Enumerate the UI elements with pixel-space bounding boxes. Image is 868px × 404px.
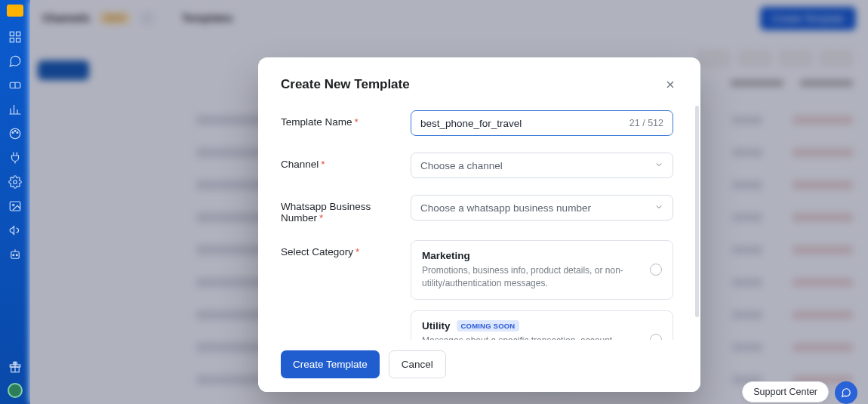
ticket-icon[interactable] xyxy=(8,79,22,92)
plug-icon[interactable] xyxy=(8,151,22,165)
category-desc: Messages about a specific transaction, a… xyxy=(422,335,638,340)
template-name-input-wrap[interactable]: 21 / 512 xyxy=(411,110,673,136)
svg-rect-2 xyxy=(10,39,14,42)
user-avatar[interactable] xyxy=(8,383,23,398)
chevron-down-icon xyxy=(654,202,663,214)
megaphone-icon[interactable] xyxy=(8,224,22,237)
grid-icon[interactable] xyxy=(8,30,22,44)
svg-point-14 xyxy=(16,254,17,256)
svg-point-6 xyxy=(12,132,14,134)
template-name-input[interactable] xyxy=(420,118,623,129)
whatsapp-number-placeholder: Choose a whatsapp business number xyxy=(420,202,591,214)
support-center-button[interactable]: Support Center xyxy=(742,381,829,402)
category-desc: Promotions, business info, product detai… xyxy=(422,264,638,290)
modal-scrollbar[interactable] xyxy=(695,106,699,317)
bot-icon[interactable] xyxy=(8,248,22,261)
category-title: Marketing xyxy=(422,250,470,261)
image-icon[interactable] xyxy=(8,199,22,213)
main-area: Channels NEW Templates Create Template xyxy=(30,0,868,404)
palette-icon[interactable] xyxy=(8,127,22,140)
channel-placeholder: Choose a channel xyxy=(420,160,503,171)
svg-rect-3 xyxy=(17,39,20,42)
channel-select[interactable]: Choose a channel xyxy=(411,153,673,178)
whatsapp-number-label: Whatsapp Business Number* xyxy=(281,195,411,224)
app-sidebar xyxy=(0,0,30,404)
chevron-down-icon xyxy=(654,160,663,171)
category-option-marketing[interactable]: Marketing Promotions, business info, pro… xyxy=(411,240,673,300)
svg-point-9 xyxy=(14,180,17,184)
template-name-label: Template Name* xyxy=(281,110,411,128)
close-icon[interactable] xyxy=(663,77,678,92)
gear-icon[interactable] xyxy=(8,175,22,189)
svg-point-8 xyxy=(17,132,18,134)
svg-rect-1 xyxy=(17,32,20,35)
gift-icon[interactable] xyxy=(8,360,22,377)
cancel-button[interactable]: Cancel xyxy=(389,350,446,378)
create-template-modal: Create New Template Template Name* xyxy=(258,57,700,392)
svg-point-11 xyxy=(13,204,14,205)
chat-icon[interactable] xyxy=(8,54,22,68)
radio-unchecked-icon[interactable] xyxy=(650,264,662,276)
category-option-utility[interactable]: Utility COMING SOON Messages about a spe… xyxy=(411,310,673,340)
coming-soon-badge: COMING SOON xyxy=(457,320,520,332)
support-chat-icon[interactable] xyxy=(835,381,857,404)
create-template-button[interactable]: Create Template xyxy=(281,350,380,378)
svg-point-13 xyxy=(13,254,14,256)
brand-logo[interactable] xyxy=(7,5,23,17)
modal-title: Create New Template xyxy=(281,77,410,92)
whatsapp-number-select[interactable]: Choose a whatsapp business number xyxy=(411,195,673,221)
radio-unchecked-icon[interactable] xyxy=(650,334,662,340)
char-counter: 21 / 512 xyxy=(629,118,663,128)
category-title: Utility xyxy=(422,320,451,332)
chart-icon[interactable] xyxy=(8,103,22,116)
channel-label: Channel* xyxy=(281,153,411,170)
category-label: Select Category* xyxy=(281,240,411,258)
svg-rect-10 xyxy=(10,202,20,211)
svg-rect-0 xyxy=(10,32,14,35)
svg-point-7 xyxy=(14,130,16,131)
